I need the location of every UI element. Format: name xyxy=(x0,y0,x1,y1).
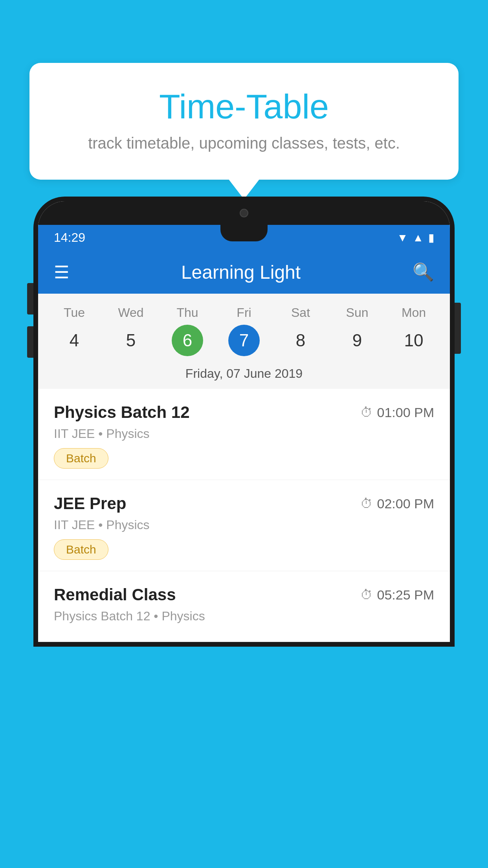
event-subtitle: IIT JEE • Physics xyxy=(54,427,434,441)
side-button-vol-down xyxy=(27,326,33,358)
clock-icon: ⏱ xyxy=(360,497,373,511)
day-number: 8 xyxy=(285,325,316,356)
event-title: Remedial Class xyxy=(54,585,176,604)
day-number: 9 xyxy=(341,325,373,356)
event-title: JEE Prep xyxy=(54,494,126,513)
day-col[interactable]: Sat8 xyxy=(273,305,328,356)
notch xyxy=(220,225,268,241)
day-name: Mon xyxy=(402,305,426,320)
day-name: Tue xyxy=(64,305,85,320)
phone-container: 14:29 ▼ ▲ ▮ ☰ Learning Light 🔍 Tue4Wed5T… xyxy=(33,197,455,868)
day-col[interactable]: Fri7 xyxy=(216,305,272,356)
clock-icon: ⏱ xyxy=(360,588,373,602)
event-time-text: 01:00 PM xyxy=(377,405,434,420)
day-number: 7 xyxy=(228,325,260,356)
week-days: Tue4Wed5Thu6Fri7Sat8Sun9Mon10 xyxy=(38,302,450,360)
speech-bubble-container: Time-Table track timetable, upcoming cla… xyxy=(29,63,459,180)
day-col[interactable]: Tue4 xyxy=(47,305,102,356)
menu-icon[interactable]: ☰ xyxy=(54,262,69,282)
bubble-subtitle: track timetable, upcoming classes, tests… xyxy=(61,134,427,152)
event-title: Physics Batch 12 xyxy=(54,403,190,422)
batch-badge: Batch xyxy=(54,539,108,560)
event-subtitle: Physics Batch 12 • Physics xyxy=(54,609,434,623)
day-name: Thu xyxy=(176,305,198,320)
event-time-text: 02:00 PM xyxy=(377,496,434,511)
day-col[interactable]: Wed5 xyxy=(103,305,158,356)
battery-icon: ▮ xyxy=(428,231,434,244)
event-time: ⏱05:25 PM xyxy=(360,587,434,603)
search-icon[interactable]: 🔍 xyxy=(413,262,434,282)
event-item[interactable]: Remedial Class⏱05:25 PMPhysics Batch 12 … xyxy=(38,571,450,642)
day-name: Wed xyxy=(118,305,143,320)
batch-badge: Batch xyxy=(54,448,108,469)
bubble-title: Time-Table xyxy=(61,86,427,127)
day-col[interactable]: Thu6 xyxy=(160,305,215,356)
calendar-header: Tue4Wed5Thu6Fri7Sat8Sun9Mon10 Friday, 07… xyxy=(38,294,450,389)
event-header: Remedial Class⏱05:25 PM xyxy=(54,585,434,604)
event-item[interactable]: Physics Batch 12⏱01:00 PMIIT JEE • Physi… xyxy=(38,389,450,480)
day-number: 6 xyxy=(172,325,203,356)
event-time: ⏱02:00 PM xyxy=(360,496,434,511)
side-button-power xyxy=(455,303,461,354)
day-number: 10 xyxy=(398,325,429,356)
status-bar: 14:29 ▼ ▲ ▮ xyxy=(38,225,450,250)
signal-icon: ▲ xyxy=(413,232,424,244)
phone-frame: 14:29 ▼ ▲ ▮ ☰ Learning Light 🔍 Tue4Wed5T… xyxy=(33,197,455,647)
selected-date-label: Friday, 07 June 2019 xyxy=(38,360,450,389)
day-number: 5 xyxy=(115,325,147,356)
phone-screen: 14:29 ▼ ▲ ▮ ☰ Learning Light 🔍 Tue4Wed5T… xyxy=(38,201,450,642)
wifi-icon: ▼ xyxy=(397,232,408,244)
day-col[interactable]: Mon10 xyxy=(386,305,441,356)
day-name: Fri xyxy=(237,305,251,320)
event-header: JEE Prep⏱02:00 PM xyxy=(54,494,434,513)
day-number: 4 xyxy=(59,325,90,356)
events-list: Physics Batch 12⏱01:00 PMIIT JEE • Physi… xyxy=(38,389,450,642)
event-time-text: 05:25 PM xyxy=(377,587,434,603)
app-bar-title: Learning Light xyxy=(69,261,413,283)
app-bar: ☰ Learning Light 🔍 xyxy=(38,250,450,294)
status-time: 14:29 xyxy=(54,230,85,245)
camera xyxy=(240,209,248,217)
event-subtitle: IIT JEE • Physics xyxy=(54,518,434,532)
side-button-vol-up xyxy=(27,283,33,314)
day-name: Sat xyxy=(291,305,310,320)
event-time: ⏱01:00 PM xyxy=(360,405,434,420)
clock-icon: ⏱ xyxy=(360,405,373,420)
event-header: Physics Batch 12⏱01:00 PM xyxy=(54,403,434,422)
day-name: Sun xyxy=(346,305,369,320)
speech-bubble: Time-Table track timetable, upcoming cla… xyxy=(29,63,459,180)
event-item[interactable]: JEE Prep⏱02:00 PMIIT JEE • PhysicsBatch xyxy=(38,480,450,571)
phone-top xyxy=(38,201,450,225)
day-col[interactable]: Sun9 xyxy=(330,305,385,356)
status-icons: ▼ ▲ ▮ xyxy=(397,231,434,244)
